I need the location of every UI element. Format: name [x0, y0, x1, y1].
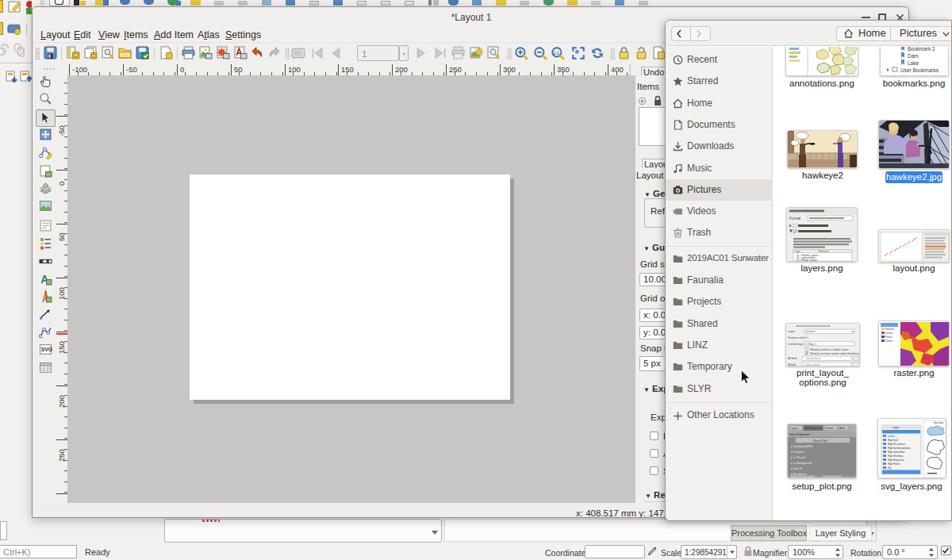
svg-text:High Peaks: High Peaks [888, 462, 900, 466]
svg-text:~ slovaenus,a: ~ slovaenus,a [804, 357, 820, 360]
svg-text:Guides: Guides [825, 427, 834, 430]
svg-text:High fill contours: High fill contours [888, 443, 906, 446]
svg-text:Rainfall: Rainfall [885, 328, 894, 331]
svg-text:Layer: Layer [892, 426, 900, 429]
svg-text:Lake: Lake [908, 60, 919, 66]
svg-text:Levels: Levels [888, 435, 895, 438]
svg-text:Zones: Zones [885, 339, 892, 343]
svg-text:Feature select: Feature select [788, 336, 806, 339]
svg-text:Raster Plot: Raster Plot [813, 439, 827, 443]
svg-text:Dam: Dam [908, 53, 919, 59]
svg-text:Levels: Levels [885, 332, 893, 335]
svg-text:key map: key map [934, 421, 943, 424]
svg-text:☒ ✓ Roads ³airport: ☒ ✓ Roads ³airport [797, 259, 817, 262]
svg-text:▸ Dashboard/Plot: ▸ Dashboard/Plot [791, 445, 813, 448]
svg-text:Bookmark 2: Bookmark 2 [908, 47, 935, 52]
svg-text:meshes: meshes [805, 330, 816, 333]
svg-text:Layout: Layout [790, 427, 798, 430]
svg-text:High Expansion: High Expansion [888, 458, 904, 462]
svg-text:High level: High level [888, 439, 899, 442]
svg-text:0: Map 1: 0: Map 1 [805, 343, 816, 346]
svg-text:Item Properties: Item Properties [789, 433, 810, 436]
svg-text:Format: Format [789, 217, 801, 221]
svg-text:Flows: Flows [885, 336, 892, 339]
svg-text:Linked map: Linked map [788, 343, 803, 346]
svg-text:Atlas: Atlas [839, 427, 846, 430]
svg-text:User Bookmarks: User Bookmarks [900, 67, 939, 73]
svg-text:Layer: Layer [795, 250, 800, 253]
svg-text:All find: All find [788, 357, 797, 360]
svg-text:# photo-object: # photo-object [804, 363, 821, 366]
svg-text:▸ Datasets: ▸ Datasets [791, 451, 804, 454]
svg-text:Reference: Reference [819, 250, 829, 253]
svg-text:Item Properties: Item Properties [804, 427, 823, 430]
svg-text:1:1: 1:1 [554, 51, 559, 56]
svg-text:Fig: Fig [888, 466, 891, 470]
svg-text:▸ ☐ Phases: ▸ ☐ Phases [791, 456, 806, 459]
svg-text:Whole: Whole [788, 363, 796, 366]
svg-text:Layer: Layer [788, 330, 796, 333]
svg-text:▸ Item ID: ▸ Item ID [791, 467, 803, 470]
svg-text:SVG: SVG [41, 347, 52, 352]
svg-text:Show(s) marker is visible revi: Show(s) marker is visible review [810, 348, 849, 351]
svg-text:▸ ☑ Background: ▸ ☑ Background [791, 462, 812, 465]
svg-text:High status/filter: High status/filter [888, 451, 905, 454]
svg-text:High filter/beta: High filter/beta [888, 455, 904, 458]
svg-text:Show(s) sections marker while: Show(s) sections marker while filter/fea… [810, 352, 860, 355]
svg-text:High distribution/plain: High distribution/plain [888, 447, 911, 450]
